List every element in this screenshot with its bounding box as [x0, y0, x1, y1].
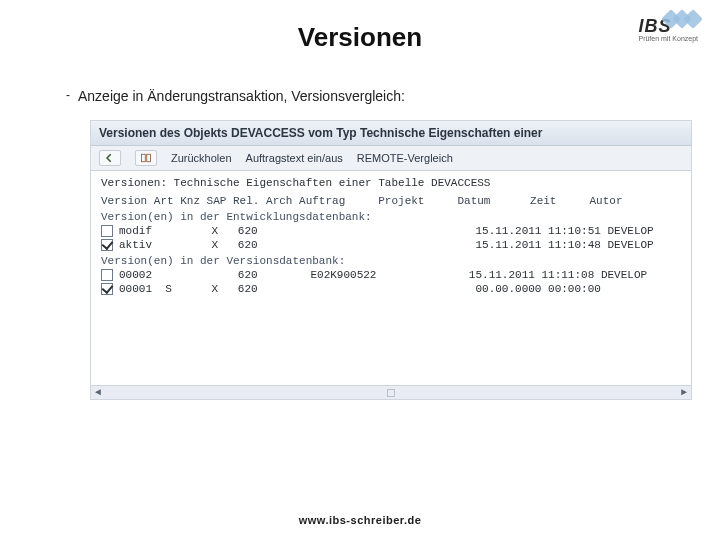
row-text: 00001 S X 620 00.00.0000 00:00:00 [119, 283, 601, 295]
section-version-db: Version(en) in der Versionsdatenbank: [101, 255, 681, 267]
version-row: 00001 S X 620 00.00.0000 00:00:00 [101, 283, 681, 295]
toolbar-retrieve-button[interactable]: Zurückholen [171, 152, 232, 164]
back-button[interactable] [99, 150, 121, 166]
column-headers: Version Art Knz SAP Rel. Arch Auftrag Pr… [101, 195, 681, 207]
footer-url: www.ibs-schreiber.de [0, 514, 720, 526]
sap-versions-window: Versionen des Objekts DEVACCESS vom Typ … [90, 120, 692, 400]
svg-rect-1 [147, 154, 151, 162]
toolbar-ordertext-button[interactable]: Auftragstext ein/aus [246, 152, 343, 164]
slide-title: Versionen [0, 22, 720, 53]
slide-bullet: - Anzeige in Änderungstransaktion, Versi… [78, 88, 405, 104]
svg-rect-0 [142, 154, 146, 162]
compare-icon-button[interactable] [135, 150, 157, 166]
row-text: modif X 620 15.11.2011 11:10:51 DEVELOP [119, 225, 654, 237]
scroll-left-icon[interactable]: ◄ [95, 387, 101, 398]
sap-window-title: Versionen des Objekts DEVACCESS vom Typ … [91, 121, 691, 146]
row-checkbox[interactable] [101, 225, 113, 237]
compare-icon [140, 152, 152, 164]
object-descriptor: Versionen: Technische Eigenschaften eine… [101, 177, 681, 189]
row-checkbox[interactable] [101, 239, 113, 251]
scroll-right-icon[interactable]: ► [681, 387, 687, 398]
sap-body: Versionen: Technische Eigenschaften eine… [91, 171, 691, 389]
row-text: 00002 620 E02K900522 15.11.2011 11:11:08… [119, 269, 647, 281]
sap-toolbar: Zurückholen Auftragstext ein/aus REMOTE-… [91, 146, 691, 171]
version-row: 00002 620 E02K900522 15.11.2011 11:11:08… [101, 269, 681, 281]
row-checkbox[interactable] [101, 283, 113, 295]
bullet-dash: - [66, 88, 70, 102]
toolbar-remote-button[interactable]: REMOTE-Vergleich [357, 152, 453, 164]
horizontal-scrollbar[interactable]: ◄ ► [91, 385, 691, 399]
version-row: aktiv X 620 15.11.2011 11:10:48 DEVELOP [101, 239, 681, 251]
row-text: aktiv X 620 15.11.2011 11:10:48 DEVELOP [119, 239, 654, 251]
bullet-text: Anzeige in Änderungstransaktion, Version… [78, 88, 405, 104]
row-checkbox[interactable] [101, 269, 113, 281]
version-row: modif X 620 15.11.2011 11:10:51 DEVELOP [101, 225, 681, 237]
scroll-grip-icon[interactable] [387, 389, 395, 397]
back-arrow-icon [104, 152, 116, 164]
section-dev-db: Version(en) in der Entwicklungsdatenbank… [101, 211, 681, 223]
